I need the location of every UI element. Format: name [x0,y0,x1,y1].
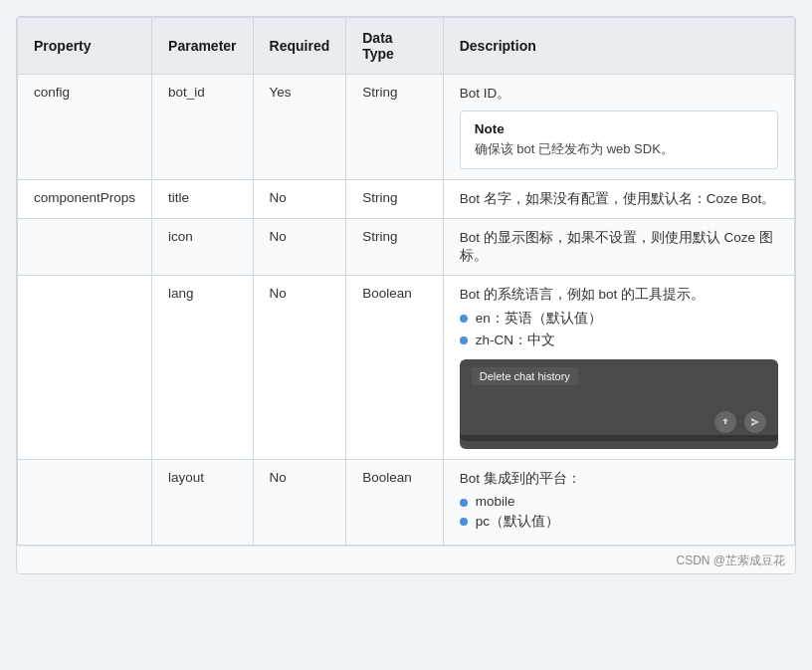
bullet-icon [460,315,468,323]
header-required: Required [253,18,346,75]
cell-datatype: Boolean [346,460,443,546]
layout-desc-text: Bot 集成到的平台： [460,471,581,486]
cell-description: Bot 的系统语言，例如 bot 的工具提示。 en：英语（默认值） zh-CN… [443,276,794,460]
list-item: zh-CN：中文 [460,332,778,349]
cell-datatype: String [346,75,443,180]
header-parameter: Parameter [152,18,254,75]
cell-datatype: String [346,180,443,219]
lang-bullets: en：英语（默认值） zh-CN：中文 [460,310,778,349]
cell-parameter: lang [152,276,254,460]
popup-dark-bar [460,435,778,441]
cell-parameter: icon [152,219,254,276]
table-row: layout No Boolean Bot 集成到的平台： mobile pc（… [18,460,795,546]
note-title: Note [475,121,763,136]
bullet-icon [460,518,468,526]
list-item: pc（默认值） [460,513,778,531]
cell-datatype: Boolean [346,276,443,460]
table-row: config bot_id Yes String Bot ID。 Note 确保… [18,75,795,180]
cell-required: No [253,460,346,546]
bullet-text: en：英语（默认值） [476,310,602,328]
cell-parameter: title [152,180,254,219]
cell-datatype: String [346,219,443,276]
api-table: Property Parameter Required Data Type De… [16,16,796,574]
send-icon-button[interactable] [744,411,766,433]
header-description: Description [443,18,794,75]
chat-preview-popup: Delete chat history [460,359,778,449]
cell-property [18,460,152,546]
list-item: en：英语（默认值） [460,310,778,328]
bullet-text: pc（默认值） [476,513,559,531]
bullet-text: zh-CN：中文 [476,332,555,349]
cell-required: No [253,219,346,276]
bullet-icon [460,336,468,344]
cell-parameter: layout [152,460,254,546]
list-item: mobile [460,494,778,509]
header-datatype: Data Type [346,18,443,75]
send-icon [749,416,761,428]
lang-desc-text: Bot 的系统语言，例如 bot 的工具提示。 [460,287,705,302]
popup-bottom-bar [472,405,766,435]
cell-description: Bot 名字，如果没有配置，使用默认名：Coze Bot。 [443,180,794,219]
table-row: componentProps title No String Bot 名字，如果… [18,180,795,219]
layout-bullets: mobile pc（默认值） [460,494,778,531]
description-text: Bot ID。 [460,86,511,101]
cell-property [18,276,152,460]
popup-tooltip-label: Delete chat history [472,367,578,385]
bullet-icon [460,499,468,507]
cell-description: Bot 集成到的平台： mobile pc（默认值） [443,460,794,546]
watermark: CSDN @芷萦成豆花 [17,546,795,573]
upload-icon [719,416,731,428]
cell-required: No [253,180,346,219]
upload-icon-button[interactable] [714,411,736,433]
cell-property: config [18,75,152,180]
cell-property: componentProps [18,180,152,219]
header-property: Property [18,18,152,75]
cell-description: Bot 的显示图标，如果不设置，则使用默认 Coze 图标。 [443,219,794,276]
cell-parameter: bot_id [152,75,254,180]
cell-required: No [253,276,346,460]
bullet-text: mobile [476,494,515,509]
cell-description: Bot ID。 Note 确保该 bot 已经发布为 web SDK。 [443,75,794,180]
table-row: lang No Boolean Bot 的系统语言，例如 bot 的工具提示。 … [18,276,795,460]
table-row: icon No String Bot 的显示图标，如果不设置，则使用默认 Coz… [18,219,795,276]
note-box: Note 确保该 bot 已经发布为 web SDK。 [460,111,778,169]
note-text: 确保该 bot 已经发布为 web SDK。 [475,140,763,158]
cell-property [18,219,152,276]
cell-required: Yes [253,75,346,180]
